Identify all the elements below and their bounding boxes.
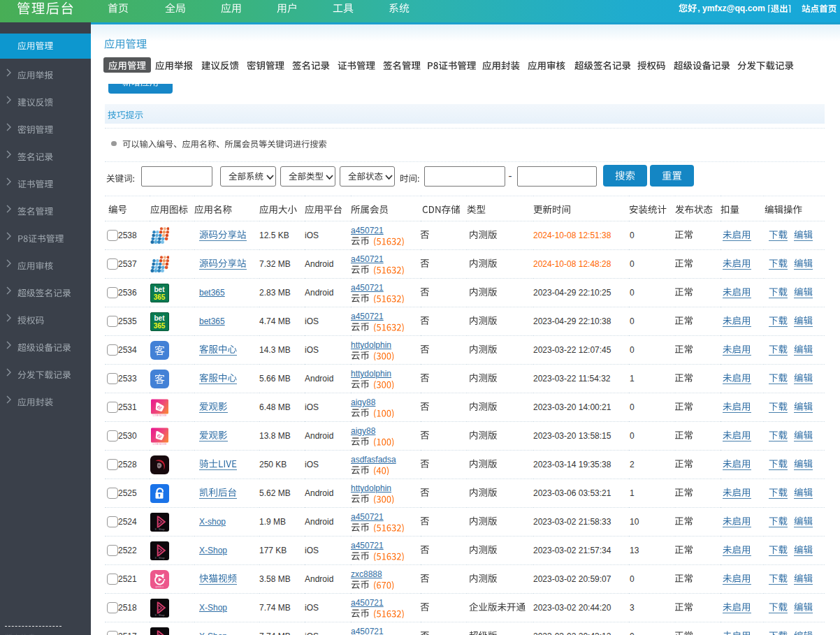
- svg-text:X - Shop: X - Shop: [154, 527, 164, 530]
- svg-text:LOVE MOVIE: LOVE MOVIE: [152, 443, 166, 446]
- svg-text:good.cc: good.cc: [155, 585, 164, 587]
- svg-text:X - Shop: X - Shop: [154, 613, 164, 616]
- svg-text:LOVE MOVIE: LOVE MOVIE: [152, 414, 166, 417]
- svg-text:X - Shop: X - Shop: [154, 556, 164, 559]
